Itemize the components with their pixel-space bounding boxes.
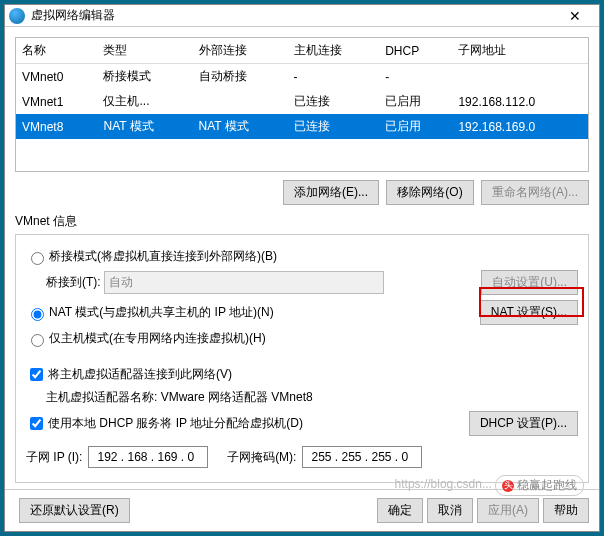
subnet-mask-label: 子网掩码(M): <box>227 449 296 466</box>
adapter-name-label: 主机虚拟适配器名称: VMware 网络适配器 VMnet8 <box>46 389 313 406</box>
nat-settings-button[interactable]: NAT 设置(S)... <box>480 300 578 325</box>
network-table[interactable]: 名称类型外部连接主机连接DHCP子网地址 VMnet0桥接模式自动桥接--VMn… <box>15 37 589 172</box>
app-icon <box>9 8 25 24</box>
dhcp-checkbox[interactable] <box>30 417 43 430</box>
column-header[interactable]: DHCP <box>379 38 452 64</box>
ok-button[interactable]: 确定 <box>377 498 423 523</box>
connect-host-checkbox[interactable] <box>30 368 43 381</box>
add-network-button[interactable]: 添加网络(E)... <box>283 180 379 205</box>
connect-host-label: 将主机虚拟适配器连接到此网络(V) <box>48 366 232 383</box>
hostonly-label: 仅主机模式(在专用网络内连接虚拟机)(H) <box>49 330 266 347</box>
cancel-button[interactable]: 取消 <box>427 498 473 523</box>
auto-settings-button: 自动设置(U)... <box>481 270 578 295</box>
bridge-select: 自动 <box>104 271 384 294</box>
rename-network-button: 重命名网络(A)... <box>481 180 589 205</box>
nat-radio[interactable] <box>31 308 44 321</box>
bridge-to-label: 桥接到(T): <box>46 274 101 291</box>
subnet-mask-input[interactable]: 255 . 255 . 255 . 0 <box>302 446 422 468</box>
column-header[interactable]: 名称 <box>16 38 97 64</box>
subnet-ip-label: 子网 IP (I): <box>26 449 82 466</box>
table-row[interactable]: VMnet0桥接模式自动桥接-- <box>16 64 588 90</box>
window-title: 虚拟网络编辑器 <box>31 7 555 24</box>
column-header[interactable]: 主机连接 <box>288 38 380 64</box>
restore-defaults-button[interactable]: 还原默认设置(R) <box>19 498 130 523</box>
close-button[interactable]: ✕ <box>555 8 595 24</box>
dhcp-settings-button[interactable]: DHCP 设置(P)... <box>469 411 578 436</box>
table-row[interactable]: VMnet8NAT 模式NAT 模式已连接已启用192.168.169.0 <box>16 114 588 139</box>
column-header[interactable]: 子网地址 <box>452 38 588 64</box>
dhcp-label: 使用本地 DHCP 服务将 IP 地址分配给虚拟机(D) <box>48 415 303 432</box>
hostonly-radio[interactable] <box>31 334 44 347</box>
vmnet-info-label: VMnet 信息 <box>15 213 589 230</box>
subnet-ip-input[interactable]: 192 . 168 . 169 . 0 <box>88 446 208 468</box>
nat-label: NAT 模式(与虚拟机共享主机的 IP 地址)(N) <box>49 304 274 321</box>
apply-button: 应用(A) <box>477 498 539 523</box>
bridge-radio[interactable] <box>31 252 44 265</box>
column-header[interactable]: 外部连接 <box>193 38 288 64</box>
bridge-label: 桥接模式(将虚拟机直接连接到外部网络)(B) <box>49 248 277 265</box>
remove-network-button[interactable]: 移除网络(O) <box>386 180 473 205</box>
help-button[interactable]: 帮助 <box>543 498 589 523</box>
table-row[interactable]: VMnet1仅主机...已连接已启用192.168.112.0 <box>16 89 588 114</box>
column-header[interactable]: 类型 <box>97 38 192 64</box>
